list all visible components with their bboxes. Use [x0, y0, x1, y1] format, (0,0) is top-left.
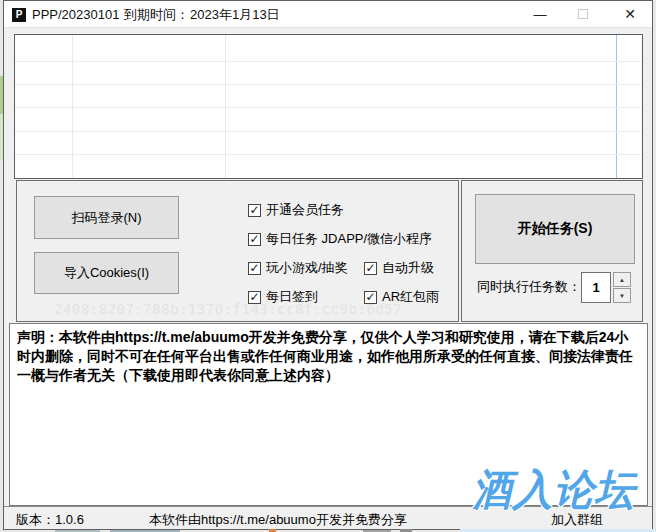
- checkbox-label: 每日任务 JDAPP/微信小程序: [266, 230, 432, 248]
- close-button[interactable]: ✕: [613, 1, 647, 27]
- concurrent-tasks-stepper: ▲ ▼: [613, 272, 631, 303]
- grid-row-line: [15, 61, 643, 62]
- stepper-up-button[interactable]: ▲: [613, 272, 631, 287]
- arrow-down-icon: ▼: [619, 293, 625, 299]
- minimize-icon: —: [534, 7, 547, 22]
- disclaimer-text: 声明：本软件由https://t.me/abuumo开发并免费分享，仅供个人学习…: [17, 329, 633, 383]
- checkbox-icon: ✓: [364, 262, 377, 275]
- maximize-button-disabled: [566, 1, 600, 27]
- start-task-button[interactable]: 开始任务(S): [475, 194, 635, 264]
- concurrent-tasks-input[interactable]: 1: [581, 272, 611, 303]
- check-icon: ✓: [249, 263, 259, 274]
- start-task-label: 开始任务(S): [518, 220, 593, 238]
- checkbox-label: 开通会员任务: [266, 201, 344, 219]
- app-icon: P: [12, 8, 26, 22]
- status-share-text: 本软件由https://t.me/abuumo开发并免费分享: [149, 511, 407, 529]
- app-window: P PPP/20230101 到期时间： 2023年1月13日 — ✕: [3, 0, 653, 530]
- ipv6-watermark: 2408:8207:788b:1370:f143:cc8f:cc9b:6d57: [54, 301, 402, 317]
- checkbox-icon: ✓: [248, 204, 261, 217]
- checkbox-label: 玩小游戏/抽奖: [266, 259, 348, 277]
- expiry-date: 2023年1月13日: [190, 1, 280, 28]
- task-control-panel: 开始任务(S) 同时执行任务数： 1 ▲ ▼: [461, 180, 643, 322]
- grid-row-line: [15, 154, 643, 155]
- checkbox-auto-upgrade[interactable]: ✓ 自动升级: [364, 261, 434, 275]
- checkbox-daily-task[interactable]: ✓ 每日任务 JDAPP/微信小程序: [248, 232, 432, 246]
- check-icon: ✓: [365, 263, 375, 274]
- minimize-button[interactable]: —: [523, 1, 557, 27]
- checkbox-icon: ✓: [248, 262, 261, 275]
- import-cookies-button[interactable]: 导入Cookies(I): [34, 252, 179, 294]
- window-title: PPP/20230101: [32, 1, 119, 28]
- check-icon: ✓: [249, 205, 259, 216]
- checkbox-vip-task[interactable]: ✓ 开通会员任务: [248, 203, 344, 217]
- scan-login-label: 扫码登录(N): [71, 209, 141, 227]
- maximize-icon: [578, 9, 588, 19]
- close-icon: ✕: [624, 6, 636, 22]
- checkbox-icon: ✓: [248, 233, 261, 246]
- check-icon: ✓: [249, 234, 259, 245]
- checkbox-label: 自动升级: [382, 259, 434, 277]
- concurrent-tasks-label: 同时执行任务数：: [477, 278, 581, 296]
- expiry-label: 到期时间：: [124, 1, 189, 28]
- import-cookies-label: 导入Cookies(I): [64, 264, 149, 282]
- forum-watermark: 酒入论坛: [472, 462, 635, 518]
- arrow-up-icon: ▲: [619, 277, 625, 283]
- grid-row-line: [15, 131, 643, 132]
- login-options-panel: 扫码登录(N) 导入Cookies(I) ✓ 开通会员任务 ✓ 每日任务 JDA…: [16, 180, 459, 322]
- account-grid[interactable]: [14, 34, 643, 179]
- version-label: 版本：1.0.6: [16, 511, 84, 529]
- grid-row-line: [15, 107, 643, 108]
- title-bar: P PPP/20230101 到期时间： 2023年1月13日 — ✕: [4, 1, 652, 28]
- grid-row-line: [15, 84, 643, 85]
- screen: P PPP/20230101 到期时间： 2023年1月13日 — ✕: [0, 0, 656, 532]
- scan-login-button[interactable]: 扫码登录(N): [34, 196, 179, 239]
- stepper-down-button[interactable]: ▼: [613, 288, 631, 303]
- checkbox-minigame[interactable]: ✓ 玩小游戏/抽奖: [248, 261, 348, 275]
